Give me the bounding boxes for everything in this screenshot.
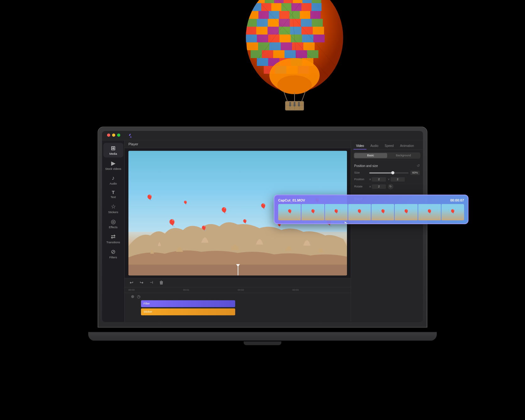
- svg-rect-25: [279, 11, 290, 19]
- small-balloon-6: 🎈: [242, 219, 247, 224]
- svg-line-72: [268, 0, 343, 75]
- svg-rect-56: [251, 50, 262, 58]
- small-balloon-4: 🎈: [201, 226, 207, 232]
- sidebar-item-text[interactable]: T Text: [103, 188, 123, 201]
- mini-balloon-5: 🎈: [380, 209, 386, 214]
- svg-point-88: [294, 102, 295, 104]
- filmstrip-frame-6: 🎈: [395, 204, 417, 220]
- sidebar-item-audio[interactable]: ♪ Audio: [103, 173, 123, 187]
- screen-bezel: ⊞ Media ▶ Stock videos ♪ Audio: [102, 131, 423, 322]
- size-slider[interactable]: [369, 172, 409, 173]
- svg-rect-47: [291, 35, 302, 42]
- svg-rect-15: [251, 3, 261, 11]
- svg-rect-67: [264, 66, 275, 74]
- popup-header: CapCut_01.MOV 00:00:07: [278, 198, 464, 202]
- svg-rect-69: [286, 66, 298, 74]
- filmstrip-frame-2: 🎈: [301, 204, 324, 220]
- minimize-dot[interactable]: [112, 133, 115, 137]
- mini-balloon-4: 🎈: [357, 209, 362, 214]
- split-button[interactable]: ⊣: [149, 280, 154, 285]
- x-value[interactable]: 2: [372, 177, 386, 181]
- close-dot[interactable]: [107, 133, 110, 137]
- tab-animation[interactable]: Animation: [398, 143, 416, 149]
- svg-line-77: [284, 91, 288, 102]
- tab-video[interactable]: Video: [354, 143, 366, 149]
- redo-button[interactable]: ↪: [138, 279, 145, 286]
- panel-tabs: Video Audio Speed Animation: [351, 140, 423, 150]
- filter-track[interactable]: Filter: [141, 300, 235, 307]
- svg-rect-36: [245, 27, 256, 35]
- sidebar-audio-label: Audio: [110, 182, 117, 185]
- sticker-track[interactable]: Sticker: [141, 308, 235, 315]
- delete-button[interactable]: 🗑: [158, 279, 165, 286]
- sidebar-item-transitions[interactable]: ⇄ Transitions: [103, 231, 123, 246]
- position-size-reset[interactable]: ↺: [417, 164, 420, 168]
- svg-rect-64: [279, 58, 291, 66]
- position-size-title: Position and size ↺: [354, 164, 420, 168]
- svg-rect-27: [300, 11, 310, 19]
- rot-x-value[interactable]: 2: [372, 184, 386, 189]
- svg-point-90: [298, 102, 300, 104]
- filters-icon: ⊘: [111, 248, 116, 255]
- sidebar-item-filters[interactable]: ⊘ Filters: [103, 246, 123, 261]
- rotate-button[interactable]: ↻: [388, 184, 393, 189]
- size-label: Size: [354, 171, 367, 174]
- sidebar: ⊞ Media ▶ Stock videos ♪ Audio: [102, 140, 125, 322]
- sidebar-effects-label: Effects: [109, 226, 117, 229]
- svg-rect-41: [301, 27, 313, 35]
- position-y-input: Y 2: [388, 177, 404, 181]
- player-title: Player: [128, 142, 138, 146]
- window-controls: [107, 133, 120, 137]
- position-x-input: X 2: [369, 177, 386, 181]
- svg-rect-28: [310, 11, 321, 19]
- size-row: Size 60%: [354, 170, 420, 175]
- svg-rect-11: [284, 0, 293, 3]
- playhead: [238, 266, 238, 275]
- filmstrip-frame-8: 🎈: [441, 204, 464, 220]
- svg-rect-26: [290, 11, 300, 19]
- filmstrip-frame-1: 🎈: [278, 204, 301, 220]
- svg-rect-17: [271, 3, 281, 11]
- y-value[interactable]: 2: [391, 177, 405, 181]
- size-slider-thumb[interactable]: [391, 171, 394, 174]
- sidebar-stickers-label: Stickers: [108, 211, 118, 214]
- mini-balloon-3: 🎈: [333, 209, 339, 214]
- svg-rect-68: [275, 66, 286, 74]
- svg-rect-42: [313, 27, 324, 35]
- sidebar-item-media[interactable]: ⊞ Media: [103, 143, 123, 157]
- svg-rect-62: [257, 58, 268, 66]
- undo-button[interactable]: ↩: [128, 279, 135, 286]
- sidebar-item-stock-videos[interactable]: ▶ Stock videos: [103, 158, 123, 172]
- filter-track-label: Filter: [143, 302, 150, 305]
- svg-rect-52: [269, 42, 281, 50]
- svg-rect-33: [290, 19, 301, 27]
- svg-rect-24: [269, 11, 279, 19]
- svg-rect-80: [285, 101, 304, 110]
- sidebar-item-effects[interactable]: ◎ Effects: [103, 216, 123, 231]
- svg-rect-60: [296, 50, 307, 58]
- svg-rect-66: [302, 58, 313, 66]
- svg-rect-8: [255, 0, 265, 3]
- subtab-basic[interactable]: Basic: [354, 153, 387, 158]
- media-icon: ⊞: [111, 145, 116, 152]
- svg-rect-30: [257, 19, 268, 27]
- svg-point-75: [269, 58, 320, 93]
- svg-rect-12: [293, 0, 302, 3]
- rot-x-label: X: [369, 185, 371, 188]
- small-balloon-7: 🎈: [260, 203, 267, 210]
- svg-point-1: [246, 0, 343, 93]
- maximize-dot[interactable]: [117, 133, 120, 137]
- sidebar-item-stickers[interactable]: ☆ Stickers: [103, 201, 123, 216]
- mini-balloon-7: 🎈: [427, 209, 432, 214]
- svg-rect-61: [307, 50, 318, 58]
- subtab-background[interactable]: Background: [387, 153, 420, 158]
- stickers-icon: ☆: [111, 203, 116, 210]
- svg-rect-87: [289, 104, 291, 106]
- filmstrip-frame-4: 🎈: [348, 204, 371, 220]
- svg-rect-37: [256, 27, 268, 35]
- player-area: Player: [125, 140, 351, 322]
- tab-speed[interactable]: Speed: [382, 143, 396, 149]
- mini-balloon-1: 🎈: [287, 209, 292, 214]
- tab-audio[interactable]: Audio: [368, 143, 381, 149]
- sidebar-media-label: Media: [109, 152, 117, 155]
